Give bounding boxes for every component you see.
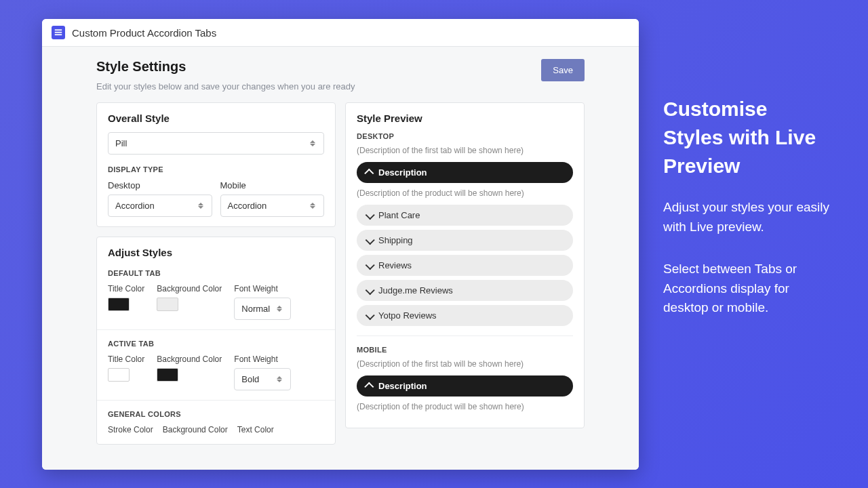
accordion-item[interactable]: Yotpo Reviews <box>357 305 573 326</box>
default-title-color-swatch[interactable] <box>108 298 130 311</box>
font-weight-label: Font Weight <box>234 284 291 293</box>
overall-style-title: Overall Style <box>108 113 324 124</box>
accordion-item-label: Description <box>378 167 427 178</box>
overall-style-value: Pill <box>115 138 127 148</box>
accordion-item[interactable]: Reviews <box>357 255 573 276</box>
overall-style-select[interactable]: Pill <box>108 132 324 155</box>
marketing-sidebar: Customise Styles with Live Preview Adjus… <box>663 95 833 341</box>
preview-product-note: (Description of the product will be show… <box>357 402 573 411</box>
accordion-item[interactable]: Judge.me Reviews <box>357 280 573 301</box>
app-title: Custom Product Accordion Tabs <box>72 27 216 39</box>
sort-icon <box>277 304 283 314</box>
accordion-item-label: Yotpo Reviews <box>378 310 437 321</box>
sort-icon <box>310 201 317 211</box>
default-font-weight-select[interactable]: Normal <box>234 298 291 320</box>
active-title-color-swatch[interactable] <box>108 368 130 382</box>
active-tab-label: ACTIVE TAB <box>108 340 324 348</box>
display-type-label: DISPLAY TYPE <box>108 165 324 174</box>
chevron-down-icon <box>366 260 375 270</box>
preview-desktop-accordion: Description(Description of the product w… <box>357 162 573 326</box>
accordion-item-label: Judge.me Reviews <box>378 285 453 296</box>
svg-rect-0 <box>55 29 62 30</box>
chevron-down-icon <box>366 285 375 295</box>
sort-icon <box>198 201 205 211</box>
preview-mobile-label: MOBILE <box>357 346 573 354</box>
preview-first-tab-note-mobile: (Description of the first tab will be sh… <box>357 359 573 369</box>
save-button[interactable]: Save <box>541 59 585 81</box>
active-font-weight-select[interactable]: Bold <box>234 368 291 390</box>
accordion-item-label: Shipping <box>378 235 413 245</box>
default-tab-label: DEFAULT TAB <box>108 269 324 277</box>
sidebar-paragraph-2: Select between Tabs or Accordions displa… <box>663 260 833 318</box>
general-colors-label: GENERAL COLORS <box>108 410 324 418</box>
preview-desktop-label: DESKTOP <box>357 132 573 140</box>
chevron-up-icon <box>364 382 374 391</box>
app-header: Custom Product Accordion Tabs <box>42 19 639 47</box>
title-color-label: Title Color <box>108 284 144 293</box>
accordion-item-label: Reviews <box>378 260 412 270</box>
bg-color-label: Background Color <box>157 354 222 364</box>
bg-color-label: Background Color <box>157 284 222 293</box>
app-icon <box>52 26 65 39</box>
overall-style-card: Overall Style Pill DISPLAY TYPE Desktop … <box>96 102 336 227</box>
sort-icon <box>310 139 317 148</box>
text-color-label: Text Color <box>237 425 274 434</box>
accordion-item[interactable]: Description <box>357 375 573 396</box>
desktop-label: Desktop <box>108 180 212 190</box>
active-bg-color-swatch[interactable] <box>157 368 178 382</box>
gen-bg-color-label: Background Color <box>163 425 228 434</box>
accordion-item[interactable]: Shipping <box>357 230 573 251</box>
page-title: Style Settings <box>96 59 355 75</box>
accordion-item-label: Description <box>378 381 427 391</box>
chevron-down-icon <box>366 210 375 220</box>
preview-product-note: (Description of the product will be show… <box>357 188 573 198</box>
default-bg-color-swatch[interactable] <box>157 298 178 311</box>
desktop-display-select[interactable]: Accordion <box>108 195 212 217</box>
adjust-styles-title: Adjust Styles <box>108 247 324 258</box>
style-preview-card: Style Preview DESKTOP (Description of th… <box>345 102 585 428</box>
sidebar-heading: Customise Styles with Live Preview <box>663 95 833 180</box>
sort-icon <box>277 375 283 384</box>
chevron-up-icon <box>364 168 374 178</box>
svg-rect-1 <box>55 32 62 33</box>
chevron-down-icon <box>366 310 375 320</box>
adjust-styles-card: Adjust Styles DEFAULT TAB Title Color Ba… <box>96 237 336 445</box>
mobile-display-select[interactable]: Accordion <box>220 195 325 217</box>
page-subtitle: Edit your styles below and save your cha… <box>96 81 355 92</box>
accordion-item[interactable]: Plant Care <box>357 205 573 226</box>
chevron-down-icon <box>366 235 375 245</box>
accordion-item[interactable]: Description <box>357 162 573 183</box>
accordion-item-label: Plant Care <box>378 210 420 220</box>
app-window: Custom Product Accordion Tabs Style Sett… <box>42 19 639 470</box>
preview-mobile-accordion: Description(Description of the product w… <box>357 375 573 411</box>
stroke-color-label: Stroke Color <box>108 425 153 434</box>
style-preview-title: Style Preview <box>357 113 573 124</box>
mobile-label: Mobile <box>220 180 325 190</box>
sidebar-paragraph-1: Adjust your styles your easily with Live… <box>663 198 833 237</box>
title-color-label: Title Color <box>108 354 144 364</box>
preview-first-tab-note: (Description of the first tab will be sh… <box>357 146 573 155</box>
font-weight-label: Font Weight <box>234 354 291 364</box>
svg-rect-2 <box>55 34 62 35</box>
